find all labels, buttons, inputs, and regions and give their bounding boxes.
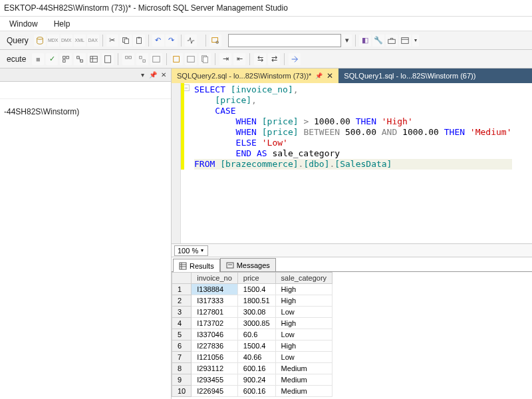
row-number[interactable]: 10 (172, 386, 192, 397)
stop-icon[interactable]: ■ (32, 53, 44, 65)
cell[interactable]: I293112 (192, 363, 238, 374)
undo-icon[interactable]: ↶ (152, 35, 164, 47)
copy-icon[interactable] (120, 35, 132, 47)
column-header[interactable]: invoice_no (192, 273, 238, 284)
cell[interactable]: 900.24 (237, 374, 275, 386)
row-number[interactable]: 5 (172, 329, 192, 340)
cell[interactable]: Low (275, 329, 332, 340)
table-row[interactable]: 4I1737023000.85High (172, 318, 332, 329)
cell[interactable]: I121056 (192, 352, 238, 363)
include-icon[interactable] (199, 53, 211, 65)
cell[interactable]: High (275, 295, 332, 307)
wrench-icon[interactable]: 🔧 (372, 35, 384, 47)
cell[interactable]: I317333 (192, 295, 238, 307)
xmla-icon[interactable]: XML (74, 35, 86, 47)
parse-icon[interactable]: ✓ (46, 53, 58, 65)
toolbox-icon[interactable] (386, 35, 398, 47)
row-number[interactable]: 9 (172, 374, 192, 386)
column-header[interactable]: sale_category (275, 273, 332, 284)
paste-icon[interactable] (133, 35, 145, 47)
cell[interactable]: High (275, 340, 332, 352)
cell[interactable]: Medium (275, 363, 332, 374)
tab-sqlquery2[interactable]: SQLQuery2.sql - lo...82S\Winstorm (73))*… (172, 68, 338, 83)
find-icon[interactable] (209, 35, 221, 47)
tab-results[interactable]: Results (173, 259, 220, 272)
cell[interactable]: I227836 (192, 340, 238, 352)
row-number[interactable]: 4 (172, 318, 192, 329)
table-row[interactable]: 3I127801300.08Low (172, 307, 332, 318)
spec-icon[interactable] (289, 53, 301, 65)
row-number[interactable]: 8 (172, 363, 192, 374)
table-row[interactable]: 9I293455900.24Medium (172, 374, 332, 386)
table-row[interactable]: 7I12105640.66Low (172, 352, 332, 363)
cell[interactable]: 1500.4 (237, 284, 275, 295)
dropdown-icon[interactable]: ▾ (412, 35, 419, 47)
tab-messages[interactable]: Messages (220, 258, 276, 271)
dropdown-icon[interactable]: ▾ (138, 70, 147, 80)
cell[interactable]: I293455 (192, 374, 238, 386)
row-number[interactable]: 3 (172, 307, 192, 318)
table-row[interactable]: 10I226945600.16Medium (172, 386, 332, 397)
cell[interactable]: 3000.85 (237, 318, 275, 329)
row-number[interactable]: 2 (172, 295, 192, 307)
comment-icon[interactable]: ⇆ (254, 53, 266, 65)
sql-editor[interactable]: − SELECT [invoice_no], [price], CASE WHE… (172, 83, 532, 244)
layout-icon[interactable] (399, 35, 411, 47)
table-row[interactable]: 5I33704660.6Low (172, 329, 332, 340)
plan2-icon[interactable] (74, 53, 86, 65)
cell[interactable]: I226945 (192, 386, 238, 397)
uncomment-icon[interactable]: ⇄ (268, 53, 280, 65)
row-number[interactable]: 1 (172, 284, 192, 295)
plan-icon[interactable] (60, 53, 72, 65)
breakpoint-margin[interactable] (172, 83, 181, 243)
cell[interactable]: I138884 (192, 284, 238, 295)
database-selector[interactable] (228, 34, 341, 47)
column-header[interactable] (172, 273, 192, 284)
cell[interactable]: 300.08 (237, 307, 275, 318)
column-header[interactable]: price (237, 273, 275, 284)
cell[interactable]: 600.16 (237, 363, 275, 374)
stats-icon[interactable] (122, 53, 134, 65)
results-grid-icon[interactable] (88, 53, 100, 65)
cell[interactable]: I337046 (192, 329, 238, 340)
cell[interactable]: 40.66 (237, 352, 275, 363)
pin-icon[interactable]: 📌 (148, 70, 158, 80)
row-number[interactable]: 6 (172, 340, 192, 352)
cell[interactable]: Medium (275, 374, 332, 386)
tab-sqlquery1[interactable]: SQLQuery1.sql - lo...82S\Winstorm (67)) (338, 68, 481, 83)
menu-window[interactable]: Window (3, 18, 45, 30)
pin-icon[interactable]: 📌 (315, 72, 323, 79)
table-row[interactable]: 2I3173331800.51High (172, 295, 332, 307)
execute-button[interactable]: ecute (3, 55, 30, 64)
menu-help[interactable]: Help (47, 18, 77, 30)
table-row[interactable]: 8I293112600.16Medium (172, 363, 332, 374)
cut-icon[interactable]: ✂ (106, 35, 118, 47)
cell[interactable]: Medium (275, 386, 332, 397)
new-query-button[interactable]: Query (3, 36, 33, 45)
results-text-icon[interactable] (102, 53, 114, 65)
stats2-icon[interactable] (136, 53, 148, 65)
redo-icon[interactable]: ↷ (166, 35, 178, 47)
indent-icon[interactable]: ⇥ (219, 53, 231, 65)
results-grid[interactable]: invoice_nopricesale_category1I1388841500… (172, 272, 532, 399)
cell[interactable]: High (275, 284, 332, 295)
intellisense-icon[interactable] (185, 53, 197, 65)
live-stats-icon[interactable] (150, 53, 162, 65)
results-table[interactable]: invoice_nopricesale_category1I1388841500… (172, 272, 332, 397)
table-row[interactable]: 1I1388841500.4High (172, 284, 332, 295)
cell[interactable]: Low (275, 352, 332, 363)
cell[interactable]: Low (275, 307, 332, 318)
sqlcmd-icon[interactable] (171, 53, 183, 65)
cell[interactable]: 1800.51 (237, 295, 275, 307)
mdx-icon[interactable]: MDX (47, 35, 59, 47)
close-icon[interactable]: ✕ (159, 70, 168, 80)
outdent-icon[interactable]: ⇤ (233, 53, 245, 65)
extension-icon[interactable]: ◧ (359, 35, 371, 47)
database-icon[interactable] (34, 35, 46, 47)
cell[interactable]: 600.16 (237, 386, 275, 397)
object-explorer-tree[interactable]: -44SH82S\Winstorm) (0, 103, 171, 399)
cell[interactable]: High (275, 318, 332, 329)
code-text[interactable]: SELECT [invoice_no], [price], CASE WHEN … (193, 83, 513, 243)
cell[interactable]: I173702 (192, 318, 238, 329)
dropdown-icon[interactable]: ▾ (201, 247, 203, 253)
